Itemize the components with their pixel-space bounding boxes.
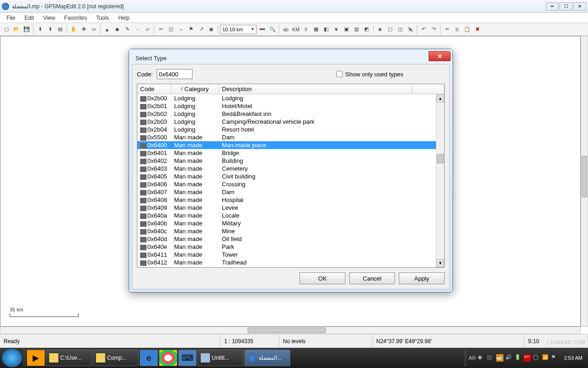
zoom-in-icon[interactable]: 🔍 — [268, 25, 277, 34]
polygon-icon[interactable]: ▱ — [143, 25, 152, 34]
zoom-out-icon[interactable]: ➖ — [258, 25, 267, 34]
fill-icon[interactable]: ▦ — [311, 25, 321, 34]
dialog-close-button[interactable]: ✕ — [429, 51, 451, 61]
track-icon[interactable]: ▢ — [385, 25, 395, 34]
list-row[interactable]: 0x6408Man madeHospital — [137, 196, 436, 204]
paste-icon[interactable]: 📋 — [463, 25, 472, 34]
language-indicator[interactable]: AR — [469, 355, 475, 361]
menu-help[interactable]: Help — [113, 14, 134, 22]
label-icon[interactable]: ab — [281, 25, 290, 34]
cut-icon[interactable]: ✂ — [442, 25, 452, 34]
list-row[interactable]: 0x6411Man madeTower — [137, 251, 436, 259]
measure-icon[interactable]: ◫ — [166, 25, 175, 34]
start-button[interactable] — [2, 349, 22, 367]
grid-icon[interactable]: # — [301, 25, 311, 34]
ok-button[interactable]: OK — [300, 272, 345, 284]
list-row[interactable]: 0x6409Man madeLevee — [137, 204, 436, 212]
tray-icon[interactable]: ◫ — [487, 354, 494, 362]
cut-region-icon[interactable]: ✂ — [156, 25, 165, 34]
header-code[interactable]: Code — [137, 84, 171, 94]
code-input[interactable] — [157, 69, 192, 79]
list-row[interactable]: 0x2b02LodgingBed&Breakfast inn — [137, 110, 436, 118]
pan-icon[interactable]: ✥ — [79, 25, 88, 34]
list-row[interactable]: 0x2b04LodgingResort hotel — [137, 126, 436, 133]
sat-icon[interactable]: 🛰 — [406, 25, 415, 34]
save-icon[interactable]: 💾 — [22, 25, 31, 34]
pointer-icon[interactable]: ▲ — [102, 25, 112, 34]
ie-icon[interactable]: e — [140, 350, 158, 366]
list-row[interactable]: 0x2b00LodgingLodging — [137, 94, 436, 102]
menu-file[interactable]: File — [2, 14, 20, 22]
taskbar-item-gpsmapedit[interactable]: المفضلة... — [244, 350, 290, 366]
list-row[interactable]: 0x6401Man madeBridge — [137, 149, 436, 157]
list-row[interactable]: 0x6402Man madeBuilding — [137, 157, 436, 165]
close-button[interactable]: ✕ — [573, 2, 586, 11]
zoom-combo[interactable]: 10.10 km ▼ — [220, 25, 257, 34]
maximize-button[interactable]: ☐ — [560, 2, 572, 11]
list-row[interactable]: 0x6412Man madeTrailhead — [137, 259, 436, 266]
minimize-button[interactable]: ━ — [546, 2, 559, 11]
flag-icon[interactable]: ⚑ — [187, 25, 196, 34]
horizontal-scrollbar[interactable] — [0, 327, 581, 334]
waypoint-icon[interactable]: ◫ — [396, 25, 405, 34]
export-icon[interactable]: ⬆ — [45, 25, 55, 34]
menu-view[interactable]: View — [39, 14, 60, 22]
list-row[interactable]: 0x6400Man madeMan-made place — [137, 141, 436, 149]
media-player-icon[interactable]: ▶ — [27, 350, 45, 366]
list-row[interactable]: 0x6405Man madeCivil building — [137, 172, 436, 180]
header-category[interactable]: /Category — [171, 84, 219, 94]
vertical-scrollbar[interactable] — [581, 36, 588, 327]
gps-icon[interactable]: ◈ — [375, 25, 384, 34]
list-scrollbar[interactable]: ▲ ▼ — [436, 94, 444, 267]
scrollbar-thumb[interactable] — [248, 328, 326, 333]
layer-dropdown-icon[interactable]: ▼ — [332, 25, 341, 34]
open-icon[interactable]: 📂 — [12, 25, 21, 34]
scroll-down-icon[interactable]: ▼ — [436, 259, 444, 267]
edit-icon[interactable]: ✎ — [123, 25, 132, 34]
color-icon[interactable]: ◧ — [322, 25, 331, 34]
scrollbar-thumb[interactable] — [437, 154, 444, 163]
flag-icon[interactable]: ⚑ — [551, 354, 559, 362]
copy-icon[interactable]: ⎘ — [452, 25, 462, 34]
taskbar-item-computer[interactable]: Comp... — [93, 350, 139, 366]
network-icon[interactable]: 📶 — [542, 354, 549, 362]
undo-icon[interactable]: ↶ — [419, 25, 428, 34]
objects-icon[interactable]: ▣ — [342, 25, 351, 34]
show-only-wrap[interactable]: Show only used types — [336, 71, 403, 78]
ati-icon[interactable]: ATI — [524, 354, 531, 362]
list-row[interactable]: 0x6406Man madeCrossing — [137, 180, 436, 188]
tray-icon[interactable]: ◯ — [533, 354, 540, 362]
dialog-titlebar[interactable]: Select Type — [132, 52, 450, 64]
list-row[interactable]: 0x640cMan madeMine — [137, 227, 436, 235]
menu-tools[interactable]: Tools — [91, 14, 113, 22]
list-row[interactable]: 0x640aMan madeLocale — [137, 212, 436, 219]
scroll-up-icon[interactable]: ▲ — [436, 94, 444, 103]
ruler-icon[interactable]: ↔ — [176, 25, 186, 34]
node-icon[interactable]: ◆ — [113, 25, 122, 34]
menu-favorites[interactable]: Favorites — [60, 14, 91, 22]
tray-icon[interactable]: ☕ — [496, 354, 503, 362]
route-icon[interactable]: ↗ — [197, 25, 206, 34]
map-icon[interactable]: ▥ — [352, 25, 361, 34]
flag2-icon[interactable]: ◩ — [362, 25, 371, 34]
volume-icon[interactable]: 🔊 — [505, 354, 513, 362]
battery-icon[interactable]: 🔋 — [514, 354, 522, 362]
list-row[interactable]: 0x2b01LodgingHotel/Motel — [137, 102, 436, 110]
header-description[interactable]: Description — [219, 84, 412, 94]
layers-icon[interactable]: ▤ — [56, 25, 65, 34]
keyboard-icon[interactable]: ⌨ — [178, 350, 197, 366]
clock[interactable]: 2:53 AM — [564, 355, 582, 361]
tray-icon[interactable]: ◉ — [478, 354, 485, 362]
polyline-icon[interactable]: ⟋ — [133, 25, 142, 34]
new-icon[interactable]: ▢ — [2, 25, 11, 34]
list-row[interactable]: 0x640eMan madePark — [137, 243, 436, 251]
km-icon[interactable]: KM — [291, 25, 300, 34]
import-icon[interactable]: ⬇ — [35, 25, 45, 34]
list-row[interactable]: 0x640dMan madeOil field — [137, 235, 436, 243]
scrollbar-thumb[interactable] — [582, 156, 587, 197]
marker-icon[interactable]: ◉ — [207, 25, 216, 34]
redo-icon[interactable]: ↷ — [429, 25, 438, 34]
header-empty[interactable] — [412, 84, 444, 94]
list-row[interactable]: 0x6407Man madeDam — [137, 188, 436, 196]
cancel-button[interactable]: Cancel — [349, 272, 395, 284]
